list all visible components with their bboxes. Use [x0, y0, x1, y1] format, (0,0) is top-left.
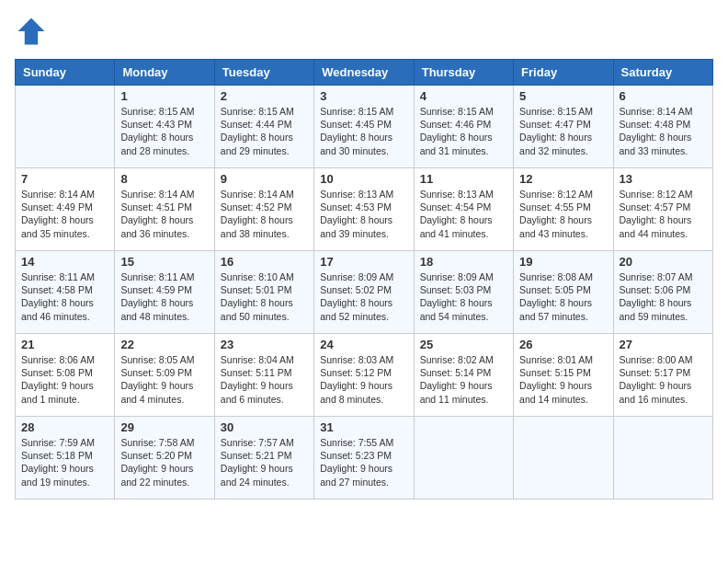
day-info: Sunrise: 8:09 AMSunset: 5:02 PMDaylight:…	[320, 270, 407, 323]
day-info: Sunrise: 8:15 AMSunset: 4:47 PMDaylight:…	[519, 105, 607, 157]
calendar-cell: 28Sunrise: 7:59 AMSunset: 5:18 PMDayligh…	[16, 417, 115, 500]
calendar-header-row: SundayMondayTuesdayWednesdayThursdayFrid…	[16, 60, 713, 86]
day-number: 21	[21, 338, 108, 351]
calendar-cell: 13Sunrise: 8:12 AMSunset: 4:57 PMDayligh…	[613, 168, 712, 251]
day-info: Sunrise: 7:55 AMSunset: 5:23 PMDaylight:…	[320, 436, 407, 488]
day-number: 5	[519, 89, 607, 103]
day-info: Sunrise: 8:05 AMSunset: 5:09 PMDaylight:…	[120, 353, 208, 406]
day-number: 3	[320, 89, 407, 103]
day-info: Sunrise: 8:15 AMSunset: 4:44 PMDaylight:…	[221, 105, 308, 157]
calendar-week-row: 14Sunrise: 8:11 AMSunset: 4:58 PMDayligh…	[16, 251, 713, 334]
calendar-cell: 20Sunrise: 8:07 AMSunset: 5:06 PMDayligh…	[613, 251, 712, 334]
day-number: 10	[320, 172, 407, 186]
day-number: 30	[221, 420, 308, 434]
calendar-header-saturday: Saturday	[613, 60, 712, 86]
calendar-cell: 31Sunrise: 7:55 AMSunset: 5:23 PMDayligh…	[314, 417, 414, 500]
day-number: 8	[120, 172, 208, 186]
day-info: Sunrise: 8:14 AMSunset: 4:52 PMDaylight:…	[221, 188, 308, 240]
day-info: Sunrise: 7:58 AMSunset: 5:20 PMDaylight:…	[120, 436, 208, 488]
calendar-cell: 18Sunrise: 8:09 AMSunset: 5:03 PMDayligh…	[414, 251, 513, 334]
day-info: Sunrise: 8:11 AMSunset: 4:59 PMDaylight:…	[120, 270, 208, 323]
day-info: Sunrise: 8:13 AMSunset: 4:54 PMDaylight:…	[420, 188, 507, 240]
calendar-cell	[16, 86, 115, 168]
calendar-cell: 12Sunrise: 8:12 AMSunset: 4:55 PMDayligh…	[514, 168, 613, 251]
day-number: 19	[519, 255, 607, 269]
calendar-cell: 17Sunrise: 8:09 AMSunset: 5:02 PMDayligh…	[314, 251, 414, 334]
day-info: Sunrise: 8:15 AMSunset: 4:46 PMDaylight:…	[420, 105, 507, 157]
calendar-cell	[613, 417, 712, 500]
calendar-cell: 14Sunrise: 8:11 AMSunset: 4:58 PMDayligh…	[16, 251, 115, 334]
day-info: Sunrise: 8:04 AMSunset: 5:11 PMDaylight:…	[221, 353, 308, 406]
day-info: Sunrise: 8:14 AMSunset: 4:48 PMDaylight:…	[620, 105, 707, 157]
day-info: Sunrise: 8:00 AMSunset: 5:17 PMDaylight:…	[620, 353, 707, 406]
day-info: Sunrise: 8:14 AMSunset: 4:49 PMDaylight:…	[21, 188, 108, 240]
day-number: 15	[120, 255, 208, 269]
day-info: Sunrise: 7:59 AMSunset: 5:18 PMDaylight:…	[21, 436, 108, 488]
day-info: Sunrise: 8:07 AMSunset: 5:06 PMDaylight:…	[620, 270, 707, 323]
day-number: 27	[620, 338, 707, 351]
calendar-cell: 4Sunrise: 8:15 AMSunset: 4:46 PMDaylight…	[414, 86, 513, 168]
logo	[15, 15, 51, 48]
calendar-cell: 8Sunrise: 8:14 AMSunset: 4:51 PMDaylight…	[115, 168, 214, 251]
day-number: 18	[420, 255, 507, 269]
day-number: 16	[221, 255, 308, 269]
calendar-cell: 1Sunrise: 8:15 AMSunset: 4:43 PMDaylight…	[115, 86, 214, 168]
day-number: 13	[620, 172, 707, 186]
day-number: 26	[519, 338, 607, 351]
calendar-week-row: 1Sunrise: 8:15 AMSunset: 4:43 PMDaylight…	[16, 86, 713, 168]
svg-marker-0	[18, 18, 45, 45]
day-number: 9	[221, 172, 308, 186]
day-info: Sunrise: 8:01 AMSunset: 5:15 PMDaylight:…	[519, 353, 607, 406]
day-number: 23	[221, 338, 308, 351]
calendar-cell: 27Sunrise: 8:00 AMSunset: 5:17 PMDayligh…	[613, 334, 712, 417]
calendar-cell: 3Sunrise: 8:15 AMSunset: 4:45 PMDaylight…	[314, 86, 414, 168]
day-number: 31	[320, 420, 407, 434]
calendar-cell: 11Sunrise: 8:13 AMSunset: 4:54 PMDayligh…	[414, 168, 513, 251]
day-number: 7	[21, 172, 108, 186]
calendar-cell: 29Sunrise: 7:58 AMSunset: 5:20 PMDayligh…	[115, 417, 214, 500]
day-info: Sunrise: 8:15 AMSunset: 4:45 PMDaylight:…	[320, 105, 407, 157]
calendar-cell	[414, 417, 513, 500]
calendar-cell: 9Sunrise: 8:14 AMSunset: 4:52 PMDaylight…	[214, 168, 313, 251]
day-info: Sunrise: 8:06 AMSunset: 5:08 PMDaylight:…	[21, 353, 108, 406]
day-number: 4	[420, 89, 507, 103]
day-info: Sunrise: 8:11 AMSunset: 4:58 PMDaylight:…	[21, 270, 108, 323]
calendar-cell: 23Sunrise: 8:04 AMSunset: 5:11 PMDayligh…	[214, 334, 313, 417]
calendar-cell	[514, 417, 613, 500]
calendar-cell: 26Sunrise: 8:01 AMSunset: 5:15 PMDayligh…	[514, 334, 613, 417]
day-number: 6	[620, 89, 707, 103]
calendar-cell: 6Sunrise: 8:14 AMSunset: 4:48 PMDaylight…	[613, 86, 712, 168]
calendar-cell: 21Sunrise: 8:06 AMSunset: 5:08 PMDayligh…	[16, 334, 115, 417]
logo-icon	[15, 15, 48, 48]
calendar-cell: 22Sunrise: 8:05 AMSunset: 5:09 PMDayligh…	[115, 334, 214, 417]
day-number: 24	[320, 338, 407, 351]
day-info: Sunrise: 8:12 AMSunset: 4:55 PMDaylight:…	[519, 188, 607, 240]
day-number: 20	[620, 255, 707, 269]
calendar-header-sunday: Sunday	[16, 60, 115, 86]
day-info: Sunrise: 8:03 AMSunset: 5:12 PMDaylight:…	[320, 353, 407, 406]
calendar-cell: 10Sunrise: 8:13 AMSunset: 4:53 PMDayligh…	[314, 168, 414, 251]
day-info: Sunrise: 8:13 AMSunset: 4:53 PMDaylight:…	[320, 188, 407, 240]
calendar-cell: 15Sunrise: 8:11 AMSunset: 4:59 PMDayligh…	[115, 251, 214, 334]
day-number: 29	[120, 420, 208, 434]
day-number: 12	[519, 172, 607, 186]
day-number: 1	[120, 89, 208, 103]
page-header	[15, 15, 713, 48]
day-number: 14	[21, 255, 108, 269]
day-info: Sunrise: 8:12 AMSunset: 4:57 PMDaylight:…	[620, 188, 707, 240]
day-number: 28	[21, 420, 108, 434]
calendar-cell: 7Sunrise: 8:14 AMSunset: 4:49 PMDaylight…	[16, 168, 115, 251]
calendar-week-row: 7Sunrise: 8:14 AMSunset: 4:49 PMDaylight…	[16, 168, 713, 251]
calendar-header-monday: Monday	[115, 60, 214, 86]
calendar-header-thursday: Thursday	[414, 60, 513, 86]
calendar-cell: 25Sunrise: 8:02 AMSunset: 5:14 PMDayligh…	[414, 334, 513, 417]
calendar-cell: 30Sunrise: 7:57 AMSunset: 5:21 PMDayligh…	[214, 417, 313, 500]
calendar-cell: 5Sunrise: 8:15 AMSunset: 4:47 PMDaylight…	[514, 86, 613, 168]
calendar-cell: 24Sunrise: 8:03 AMSunset: 5:12 PMDayligh…	[314, 334, 414, 417]
day-info: Sunrise: 8:10 AMSunset: 5:01 PMDaylight:…	[221, 270, 308, 323]
day-info: Sunrise: 8:14 AMSunset: 4:51 PMDaylight:…	[120, 188, 208, 240]
calendar-week-row: 28Sunrise: 7:59 AMSunset: 5:18 PMDayligh…	[16, 417, 713, 500]
day-number: 11	[420, 172, 507, 186]
day-number: 25	[420, 338, 507, 351]
day-number: 22	[120, 338, 208, 351]
